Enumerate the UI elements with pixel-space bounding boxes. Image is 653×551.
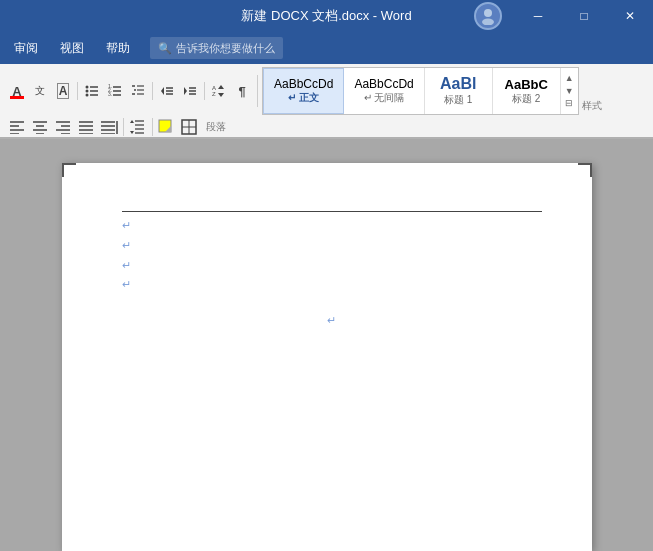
styles-section-label: 样式 <box>582 99 602 115</box>
separator1 <box>77 82 78 100</box>
menu-bar: 审阅 视图 帮助 🔍 告诉我你想要做什么 <box>0 32 653 64</box>
style-heading2[interactable]: AaBbC 标题 2 <box>493 68 561 114</box>
document-content[interactable]: ↵ ↵ ↵ ↵ ↵ <box>122 203 542 331</box>
distributed-button[interactable] <box>98 117 120 137</box>
ribbon: A 文 A 1.2.3. <box>0 64 653 139</box>
svg-point-1 <box>482 19 494 26</box>
style-h1-preview: AaBl <box>440 75 476 93</box>
style-scroll-arrows[interactable]: ▲ ▼ ⊟ <box>561 68 578 114</box>
document-area[interactable]: ↵ ↵ ↵ ↵ ↵ <box>0 139 653 551</box>
separator4 <box>123 118 124 136</box>
svg-text:3.: 3. <box>108 91 112 97</box>
svg-point-4 <box>86 90 89 93</box>
style-expand[interactable]: ⊟ <box>563 97 576 110</box>
page-corner-topleft <box>62 163 76 177</box>
svg-marker-30 <box>218 85 224 89</box>
svg-point-0 <box>484 9 492 17</box>
svg-marker-31 <box>218 93 224 97</box>
style-scroll-up[interactable]: ▲ <box>563 72 576 85</box>
style-normal[interactable]: AaBbCcDd ↵ 正文 <box>263 68 344 114</box>
ribbon-row1: A 文 A 1.2.3. <box>6 67 647 115</box>
document-page[interactable]: ↵ ↵ ↵ ↵ ↵ <box>62 163 592 551</box>
style-heading1[interactable]: AaBl 标题 1 <box>425 68 493 114</box>
justify-button[interactable] <box>75 117 97 137</box>
para-mark-4: ↵ <box>122 275 542 295</box>
svg-marker-20 <box>161 87 164 95</box>
align-right-button[interactable] <box>52 117 74 137</box>
svg-point-2 <box>86 86 89 89</box>
decrease-indent-button[interactable] <box>156 81 178 101</box>
numbering-button[interactable]: 1.2.3. <box>104 81 126 101</box>
title-bar: 新建 DOCX 文档.docx - Word ─ □ ✕ <box>0 0 653 32</box>
increase-indent-button[interactable] <box>179 81 201 101</box>
style-nospacing-label: ↵ 无间隔 <box>364 91 405 105</box>
menu-item-review[interactable]: 审阅 <box>4 35 48 61</box>
style-no-spacing[interactable]: AaBbCcDd ↵ 无间隔 <box>344 68 424 114</box>
bullets-button[interactable] <box>81 81 103 101</box>
style-nospacing-preview: AaBbCcDd <box>354 77 413 91</box>
style-h2-label: 标题 2 <box>512 92 540 106</box>
para-mark-2: ↵ <box>122 236 542 256</box>
svg-marker-24 <box>184 87 187 95</box>
separator-vertical <box>257 75 258 107</box>
app-window: 新建 DOCX 文档.docx - Word ─ □ ✕ 审阅 视图 帮助 🔍 … <box>0 0 653 551</box>
separator3 <box>204 82 205 100</box>
svg-text:Z: Z <box>212 91 216 97</box>
borders-button[interactable] <box>179 117 201 137</box>
align-left-button[interactable] <box>6 117 28 137</box>
style-normal-preview: AaBbCcDd <box>274 77 333 91</box>
center-para[interactable]: ↵ <box>122 311 542 331</box>
show-formatting-button[interactable]: ¶ <box>231 81 253 101</box>
style-h1-label: 标题 1 <box>444 93 472 107</box>
para-mark-center: ↵ <box>122 311 542 331</box>
cursor-line <box>122 211 542 212</box>
separator2 <box>152 82 153 100</box>
account-avatar[interactable] <box>474 2 502 30</box>
style-normal-label: ↵ 正文 <box>288 91 319 105</box>
shading-button[interactable] <box>156 117 178 137</box>
align-center-button[interactable] <box>29 117 51 137</box>
style-h2-preview: AaBbC <box>505 77 548 92</box>
search-box[interactable]: 🔍 告诉我你想要做什么 <box>150 37 283 59</box>
menu-item-help[interactable]: 帮助 <box>96 35 140 61</box>
paragraph-label: 段落 <box>206 120 226 134</box>
sort-button[interactable]: AZ <box>208 81 230 101</box>
window-controls: ─ □ ✕ <box>515 0 653 32</box>
style-scroll-down[interactable]: ▼ <box>563 85 576 98</box>
ribbon-row2: 段落 <box>6 117 647 137</box>
para-mark-3: ↵ <box>122 256 542 276</box>
font-color-button[interactable]: A <box>6 81 28 101</box>
account-icon-area <box>468 0 508 32</box>
search-placeholder: 告诉我你想要做什么 <box>176 41 275 56</box>
multilevel-list-button[interactable] <box>127 81 149 101</box>
page-corner-topright <box>578 163 592 177</box>
minimize-button[interactable]: ─ <box>515 0 561 32</box>
para-mark-1: ↵ <box>122 216 542 236</box>
menu-item-view[interactable]: 视图 <box>50 35 94 61</box>
line-spacing-button[interactable] <box>127 117 149 137</box>
close-button[interactable]: ✕ <box>607 0 653 32</box>
styles-panel: AaBbCcDd ↵ 正文 AaBbCcDd ↵ 无间隔 AaBl 标题 1 A… <box>262 67 579 115</box>
search-icon: 🔍 <box>158 42 172 55</box>
separator5 <box>152 118 153 136</box>
maximize-button[interactable]: □ <box>561 0 607 32</box>
svg-marker-58 <box>130 131 134 134</box>
svg-marker-57 <box>130 120 134 123</box>
svg-point-6 <box>86 94 89 97</box>
char-border-button[interactable]: A <box>52 81 74 101</box>
window-title: 新建 DOCX 文档.docx - Word <box>241 7 411 25</box>
phonetic-guide-button[interactable]: 文 <box>29 81 51 101</box>
